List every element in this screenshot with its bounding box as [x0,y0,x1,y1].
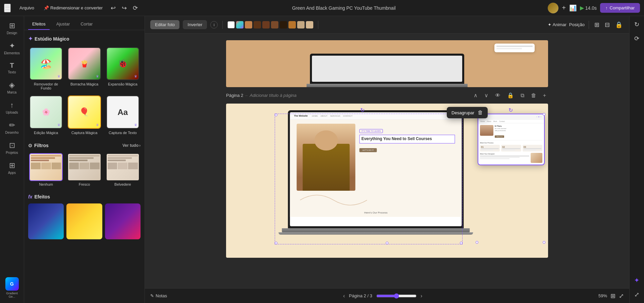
align-button[interactable]: ⊟ [603,20,611,30]
effect-card-blue[interactable] [28,203,64,239]
rotate-handle-laptop[interactable]: ↻ [360,107,365,113]
user-avatar[interactable] [548,3,558,13]
sidebar-item-projetos[interactable]: ⊡ Projetos [1,138,23,157]
redo-button[interactable]: ↪ [120,3,129,13]
page-add-button[interactable]: + [541,92,548,100]
tab-cortar[interactable]: Cortar [76,19,97,30]
phone-handle-bl[interactable] [476,241,478,244]
info-button[interactable]: i [210,21,218,28]
topbar: ☰ Arquivo 📌 Redimensionar e converter ↩ … [0,0,644,16]
selection-handle-tl[interactable] [275,114,277,116]
undo-button[interactable]: ↩ [109,3,118,13]
projects-icon: ⊡ [9,141,15,150]
animar-button[interactable]: ✦ Animar [548,22,567,27]
selection-handle-bc[interactable] [386,242,388,244]
effect-card-purple[interactable] [105,203,141,239]
page-lock-button[interactable]: 🔒 [505,91,516,100]
selection-handle-bl[interactable] [275,242,277,244]
color-swatch-tan1[interactable] [297,21,305,28]
page-slider[interactable] [376,293,417,299]
effect-card-expansao[interactable]: 🐞 ♛ Expansão Mágica [105,46,141,92]
color-swatch-brown1[interactable] [254,21,261,28]
ver-tudo-button[interactable]: Ver tudo › [122,143,141,148]
page-copy-button[interactable]: ⧉ [519,92,526,100]
effect-card-yellow[interactable] [66,203,102,239]
rotate-handle-phone[interactable]: ↻ [508,107,513,113]
phone-process-row: 01 02 03 [480,145,542,152]
tab-ajustar[interactable]: Ajustar [52,19,74,30]
phone-handle-tr[interactable] [543,113,545,116]
toolbar-separator-3 [589,21,589,29]
edge-rotate-button[interactable]: ↻ [632,19,641,30]
prev-page-button[interactable]: ‹ [343,293,345,299]
phone-thumb-1 [480,125,493,136]
add-collaborator-button[interactable]: + [562,4,566,12]
sidebar-item-apps[interactable]: ⊞ Apps [1,159,23,177]
notes-button[interactable]: ✎ Notas [150,293,167,298]
sidebar-item-desenho[interactable]: ✏ Desenho [1,118,23,137]
share-button[interactable]: ↑ Compartilhar [600,3,640,13]
color-swatch-brown2[interactable] [262,21,270,28]
page-eye-button[interactable]: 👁 [493,92,502,100]
effect-thumb-borracha: 🍟 ♛ [68,47,101,80]
arquivo-menu[interactable]: Arquivo [16,4,38,12]
effect-label-borracha: Borracha Mágica [70,82,98,86]
filter-card-nenhum[interactable]: Nenhum [28,152,64,188]
effect-card-edicao[interactable]: 🌸 ♛ Edição Mágica [28,94,64,136]
canvas-scroll[interactable]: Página 2 – Adicionar título à página ∧ ∨… [145,34,629,288]
filtros-grid: Nenhum [28,152,141,188]
selection-handle-br[interactable] [460,242,463,244]
sidebar-item-uploads[interactable]: ↑ Uploads [1,98,23,117]
desagrupar-delete-button[interactable]: 🗑 [478,110,483,116]
page-delete-button[interactable]: 🗑 [529,92,538,100]
grid-view-button[interactable]: ⊞ [610,292,615,300]
posicao-button[interactable]: Posição [569,22,585,27]
effect-card-captura-texto[interactable]: Aa ♛ Captura de Texto [105,94,141,136]
color-swatch-dark1[interactable] [280,21,287,28]
sidebar-item-label: Texto [8,70,16,74]
effect-card-borracha[interactable]: 🍟 ♛ Borracha Mágica [66,46,102,92]
grid-button[interactable]: ⊞ [593,20,601,30]
gradient-app-item[interactable]: G Gradient Ge... [1,275,23,300]
bottom-right: 59% ⊞ ⤢ [598,292,624,300]
page-collapse-up-button[interactable]: ∧ [472,91,480,100]
edge-expand-button[interactable]: ⤢ [632,289,641,300]
phone-handle-br[interactable] [543,241,545,244]
page-expand-down-button[interactable]: ∨ [482,91,490,100]
color-swatch-copper2[interactable] [288,21,296,28]
sidebar-item-elementos[interactable]: ✦ Elementos [1,39,23,58]
sidebar-item-marca[interactable]: ◈ Marca [1,78,23,97]
color-swatch-copper1[interactable] [245,21,252,28]
next-page-button[interactable]: › [421,293,422,299]
redimensionar-menu[interactable]: 📌 Redimensionar e converter [40,4,106,12]
analytics-button[interactable]: 📊 [569,4,577,12]
effect-card-removedor[interactable]: 🏖️ ♛ Removedor de Fundo [28,46,64,92]
editar-foto-button[interactable]: Editar foto [150,20,179,29]
edge-loop-button[interactable]: ⟳ [632,33,641,44]
topbar-right-actions: + 📊 ▶ 14.0s ↑ Compartilhar [548,3,640,13]
sidebar-item-design[interactable]: ⊞ Design [1,19,23,38]
filter-card-fresco[interactable]: Fresco [66,152,102,188]
color-swatch-tan2[interactable] [306,21,313,28]
edge-magic-button[interactable]: ✦ [632,274,642,286]
sidebar-item-texto[interactable]: T Texto [1,59,23,77]
phone-designer-thumb [531,153,542,163]
phone-process-1: 01 [480,145,500,152]
filter-card-belvedere[interactable]: Belvedere [105,152,141,188]
fullscreen-button[interactable]: ⤢ [619,292,624,300]
sync-button[interactable]: ⟳ [131,3,140,13]
mobile-mockup: Check Home About Work Contact [478,114,545,165]
tab-efeitos[interactable]: Efeitos [28,19,50,30]
color-swatch-brown3[interactable] [271,21,278,28]
hamburger-menu-icon[interactable]: ☰ [4,4,11,12]
color-swatch-white[interactable] [227,21,235,28]
timer-display: ▶ 14.0s [580,5,597,11]
laptop-screen-frame: The Website HOME ABOUT SERVICES CONTACT … [288,110,464,228]
page2-canvas[interactable]: Desagrupar 🗑 The Website HOME [226,104,548,258]
desagrupar-button[interactable]: Desagrupar [451,110,474,115]
inverter-button[interactable]: Inverter [183,20,207,29]
color-swatch-gradient[interactable] [236,21,244,28]
lock-button[interactable]: 🔒 [614,20,624,30]
sidebar-item-label: Uploads [6,111,18,114]
effect-card-captura-magica[interactable]: 🎈 ♛ Captura Mágica [66,94,102,136]
